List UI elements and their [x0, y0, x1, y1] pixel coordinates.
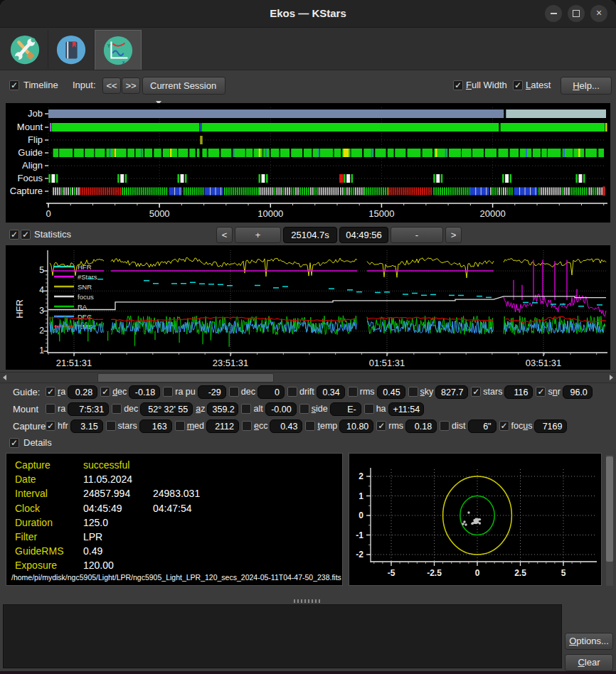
stats-x-tick: 21:51:31: [51, 358, 97, 368]
capture-stat-hfr: ✓hfr3.15: [46, 419, 103, 433]
guide-row-label: Guide:: [13, 387, 46, 397]
stat-label: dec: [241, 387, 255, 397]
input-forward-button[interactable]: >>: [122, 77, 140, 94]
help-button[interactable]: Help...: [561, 77, 612, 95]
guide-scatter-plot: 210-1-2-5-2.502.55: [349, 454, 601, 585]
stat-value: +11:54: [388, 402, 424, 416]
stat-label: stars: [483, 387, 502, 397]
tab-scheduler[interactable]: [48, 30, 95, 69]
capture-hfr-checkbox[interactable]: ✓: [46, 421, 55, 431]
svg-text:-1: -1: [356, 530, 363, 540]
details-label: Details: [23, 437, 52, 448]
mount-alt-checkbox[interactable]: [241, 404, 251, 414]
mount-ha-checkbox[interactable]: [364, 404, 374, 414]
capture-dist-checkbox[interactable]: [440, 421, 450, 431]
guide-dec-checkbox[interactable]: ✓: [100, 387, 110, 397]
vscrollbar-thumb[interactable]: [606, 456, 613, 562]
stats-back-button[interactable]: <: [216, 227, 233, 243]
window-bottom-edge: [0, 671, 616, 674]
guide-ra-pu-checkbox[interactable]: [163, 387, 173, 397]
capture-med-checkbox[interactable]: [175, 421, 185, 431]
book-icon: [55, 33, 87, 66]
close-icon[interactable]: ×: [590, 5, 607, 22]
guide-stat-snr: ✓snr96.0: [536, 385, 592, 399]
full-width-checkbox[interactable]: ✓: [453, 80, 463, 90]
svg-text:1: 1: [359, 491, 363, 501]
session-dropdown[interactable]: Current Session: [142, 77, 225, 95]
guide-stat-dec: dec0: [229, 385, 285, 399]
latest-checkbox[interactable]: ✓: [513, 80, 523, 90]
timeline-row-label-flip: Flip: [9, 134, 43, 146]
mount-stat-alt: alt-0.00: [241, 402, 296, 416]
stats-y-tick: 2: [31, 326, 44, 336]
mount-stat-ra: ra7:5:31: [46, 402, 109, 416]
minimize-icon[interactable]: [545, 5, 562, 22]
stats-zoom-in-button[interactable]: +: [235, 227, 281, 243]
mount-dec-checkbox[interactable]: [112, 404, 122, 414]
capture-ecc-checkbox[interactable]: [242, 421, 252, 431]
guide-dec-checkbox[interactable]: [229, 387, 239, 397]
capture-rms-checkbox[interactable]: ✓: [376, 421, 386, 431]
guide-drift-checkbox[interactable]: [287, 387, 297, 397]
options-button[interactable]: Options...: [565, 633, 613, 650]
stat-label: rms: [388, 421, 403, 431]
details-row: Clock04:45:4904:47:54: [15, 501, 342, 515]
scroll-right-icon[interactable]: [610, 375, 613, 380]
stats-y-tick: 4: [31, 285, 44, 295]
tab-analyze[interactable]: Y x: [95, 30, 142, 70]
timeline-row-label-align: Align: [9, 160, 43, 171]
capture-focus-checkbox[interactable]: ✓: [499, 421, 509, 431]
timeline-chart[interactable]: JobMountFlipGuideAlignFocusCapture050001…: [6, 103, 610, 223]
capture-temp-checkbox[interactable]: [305, 421, 315, 431]
timeline-checkbox[interactable]: ✓: [9, 80, 19, 90]
stat-label: focus: [511, 421, 533, 431]
stat-label: stars: [118, 421, 137, 431]
stats-zoom-out-button[interactable]: -: [391, 227, 443, 243]
titlebar: Ekos — KStars ×: [0, 0, 616, 28]
session-dropdown-value: Current Session: [150, 80, 216, 91]
svg-text:5: 5: [561, 568, 566, 578]
details-vertical-scrollbar[interactable]: [606, 455, 613, 586]
guide-snr-checkbox[interactable]: ✓: [536, 387, 546, 397]
capture-stat-dist: dist6": [440, 419, 496, 433]
guide-stats-row: Guide:✓ra0.28✓dec-0.18ra pu-29dec0drift0…: [0, 384, 616, 400]
capture-stat-rms: ✓rms0.18: [376, 419, 437, 433]
splitter-handle[interactable]: [294, 599, 322, 603]
guide-sky-checkbox[interactable]: [408, 387, 418, 397]
guide-stat-drift: drift0.34: [287, 385, 345, 399]
mount-side-checkbox[interactable]: [299, 404, 309, 414]
statistics-chart[interactable]: HFR#StarsSNRfocusRADECRMSc 5432121:51:31…: [6, 245, 610, 370]
input-back-button[interactable]: <<: [102, 77, 121, 94]
scrollbar-thumb[interactable]: [97, 373, 274, 383]
guide-ra-checkbox[interactable]: ✓: [46, 387, 55, 397]
timeline-row-label-focus: Focus: [9, 173, 43, 184]
stat-label: az: [196, 404, 205, 414]
stats-horizontal-scrollbar[interactable]: [0, 372, 616, 383]
scroll-left-icon[interactable]: [3, 375, 6, 380]
mount-ra-checkbox[interactable]: [46, 404, 55, 414]
guide-stat-rms: rms0.45: [348, 385, 405, 399]
stat-value: -0.00: [265, 402, 297, 416]
clear-button[interactable]: Clear: [565, 654, 613, 671]
log-panel[interactable]: [3, 604, 562, 668]
maximize-icon[interactable]: [568, 5, 585, 22]
timeline-controls: ✓ Timeline Input: << >> Current Session …: [0, 75, 616, 95]
timeline-plot: [6, 103, 610, 223]
capture-stars-checkbox[interactable]: [106, 421, 116, 431]
stat-label: alt: [253, 404, 262, 414]
statistics-checkbox-1[interactable]: ✓: [9, 230, 19, 240]
guide-stars-checkbox[interactable]: ✓: [471, 387, 481, 397]
statistics-checkbox-2[interactable]: ✓: [21, 230, 31, 240]
timeline-row-label-capture: Capture: [9, 186, 43, 197]
stat-label: rms: [360, 387, 375, 397]
mount-stat-ha: ha+11:54: [364, 402, 424, 416]
details-row: FilterLPR: [15, 530, 342, 544]
guide-rms-checkbox[interactable]: [348, 387, 358, 397]
stat-label: ra: [58, 387, 65, 397]
details-checkbox[interactable]: ✓: [9, 438, 19, 448]
stats-forward-button[interactable]: >: [445, 227, 462, 243]
tab-setup[interactable]: [2, 30, 48, 69]
details-row: Date11.05.2024: [15, 472, 342, 486]
mount-stat-az: az359.2: [196, 402, 238, 416]
stat-value: 7:5:31: [68, 402, 109, 416]
